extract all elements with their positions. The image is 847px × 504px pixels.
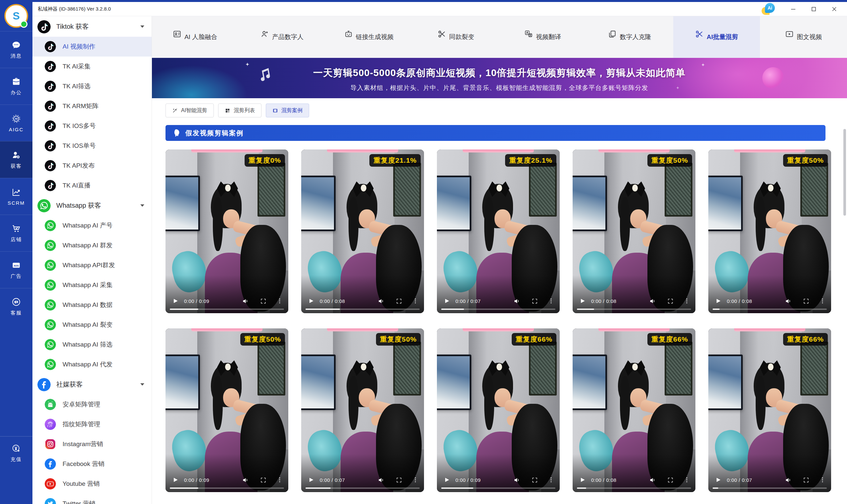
fullscreen-icon[interactable]: [396, 298, 402, 304]
volume-icon[interactable]: [378, 298, 385, 305]
video-card[interactable]: 重复度50% 0:00 / 0:08: [708, 149, 831, 313]
tab-视频翻译[interactable]: 视频翻译: [499, 16, 587, 58]
play-icon[interactable]: [308, 298, 314, 304]
fullscreen-icon[interactable]: [667, 298, 674, 304]
menu-item[interactable]: Whatsapp AI 数据: [32, 295, 152, 315]
rail-item-ads[interactable]: ADS广告: [0, 251, 32, 288]
menu-item[interactable]: Whatsapp AI 采集: [32, 275, 152, 295]
progress-bar[interactable]: [441, 309, 555, 310]
menu-section-social[interactable]: 社媒获客: [32, 374, 152, 395]
progress-bar[interactable]: [441, 487, 555, 489]
maximize-button[interactable]: [810, 5, 817, 13]
menu-item[interactable]: TK API发布: [32, 156, 152, 176]
volume-icon[interactable]: [242, 476, 249, 484]
video-card[interactable]: 重复度21.1% 0:00 / 0:08: [301, 149, 424, 313]
fullscreen-icon[interactable]: [803, 477, 809, 483]
more-options-icon[interactable]: [548, 298, 554, 304]
rail-item-shop[interactable]: 店铺: [0, 215, 32, 251]
video-card[interactable]: 重复度25.1% 0:00 / 0:07: [437, 149, 560, 313]
menu-item[interactable]: Whatsapp AI 代发: [32, 355, 152, 374]
rail-item-scrm[interactable]: SCRM: [0, 178, 32, 215]
menu-item[interactable]: AI 视频制作: [32, 37, 152, 57]
rail-item-recharge[interactable]: 充值: [0, 436, 32, 470]
video-card[interactable]: 重复度50% 0:00 / 0:08: [573, 149, 695, 313]
menu-item[interactable]: 指纹矩阵管理: [32, 414, 152, 434]
volume-icon[interactable]: [242, 298, 249, 305]
progress-bar[interactable]: [713, 487, 827, 489]
menu-item[interactable]: TK IOS单号: [32, 136, 152, 156]
tab-图文视频[interactable]: 图文视频: [760, 16, 847, 58]
fullscreen-icon[interactable]: [667, 477, 674, 483]
volume-icon[interactable]: [785, 298, 792, 305]
menu-item[interactable]: Whatsapp AI 群发: [32, 235, 152, 255]
video-card[interactable]: 重复度0% 0:00 / 0:09: [166, 149, 288, 313]
menu-item[interactable]: Whatsapp API群发: [32, 255, 152, 275]
minimize-button[interactable]: [790, 5, 797, 13]
more-options-icon[interactable]: [276, 476, 283, 483]
scrollbar-thumb[interactable]: [843, 129, 846, 216]
menu-item[interactable]: Facebook 营销: [32, 454, 152, 474]
menu-item[interactable]: TK AI采集: [32, 57, 152, 76]
toolbar-button-混剪案例[interactable]: 混剪案例: [266, 104, 309, 118]
more-options-icon[interactable]: [819, 476, 826, 483]
fullscreen-icon[interactable]: [532, 477, 538, 483]
play-icon[interactable]: [579, 298, 586, 304]
menu-item[interactable]: 安卓矩阵管理: [32, 395, 152, 414]
tab-同款裂变[interactable]: 同款裂变: [412, 16, 499, 58]
progress-bar[interactable]: [577, 487, 691, 489]
volume-icon[interactable]: [513, 476, 520, 484]
progress-bar[interactable]: [713, 309, 827, 310]
fullscreen-icon[interactable]: [803, 298, 809, 304]
close-button[interactable]: [830, 5, 838, 13]
menu-item[interactable]: Whatsapp AI 裂变: [32, 315, 152, 335]
menu-item[interactable]: Youtube 营销: [32, 474, 152, 494]
toolbar-button-AI智能混剪[interactable]: AI智能混剪: [166, 104, 214, 118]
menu-item[interactable]: TK ARM矩阵: [32, 96, 152, 116]
volume-icon[interactable]: [649, 476, 656, 484]
menu-section-whatsapp[interactable]: Whatsapp 获客: [32, 195, 152, 216]
toolbar-button-混剪列表[interactable]: 混剪列表: [218, 104, 261, 118]
more-options-icon[interactable]: [819, 298, 826, 304]
rail-item-office[interactable]: 办公: [0, 68, 32, 105]
progress-bar[interactable]: [170, 309, 284, 310]
more-options-icon[interactable]: [276, 298, 283, 304]
volume-icon[interactable]: [649, 298, 656, 305]
video-card[interactable]: 重复度66% 0:00 / 0:07: [708, 328, 831, 492]
play-icon[interactable]: [715, 298, 722, 304]
play-icon[interactable]: [444, 476, 450, 483]
play-icon[interactable]: [444, 298, 450, 304]
menu-item[interactable]: Whatsapp AI 产号: [32, 216, 152, 235]
more-options-icon[interactable]: [548, 476, 554, 483]
rail-item-aigc[interactable]: AIAIGC: [0, 105, 32, 141]
tab-数字人克隆[interactable]: 数字人克隆: [586, 16, 673, 58]
more-options-icon[interactable]: [412, 298, 419, 304]
rail-item-support[interactable]: AI客服: [0, 288, 32, 325]
fullscreen-icon[interactable]: [532, 298, 538, 304]
progress-bar[interactable]: [306, 487, 420, 489]
progress-bar[interactable]: [306, 309, 420, 310]
play-icon[interactable]: [172, 476, 179, 483]
video-card[interactable]: 重复度66% 0:00 / 0:09: [437, 328, 560, 492]
app-logo[interactable]: S: [4, 3, 29, 28]
fullscreen-icon[interactable]: [396, 477, 402, 483]
menu-item[interactable]: Instagram营销: [32, 434, 152, 454]
more-options-icon[interactable]: [684, 476, 690, 483]
fullscreen-icon[interactable]: [260, 477, 266, 483]
menu-item[interactable]: TK AI筛选: [32, 76, 152, 96]
volume-icon[interactable]: [378, 476, 385, 484]
progress-bar[interactable]: [170, 487, 284, 489]
menu-section-tiktok[interactable]: Tiktok 获客: [32, 17, 152, 37]
fullscreen-icon[interactable]: [260, 298, 266, 304]
tab-链接生成视频[interactable]: 链接生成视频: [325, 16, 412, 58]
play-icon[interactable]: [172, 298, 179, 304]
rail-item-acquisition[interactable]: 获客: [0, 141, 32, 178]
menu-item[interactable]: TK AI直播: [32, 176, 152, 195]
volume-icon[interactable]: [785, 476, 792, 484]
play-icon[interactable]: [308, 476, 314, 483]
video-card[interactable]: 重复度50% 0:00 / 0:07: [301, 328, 424, 492]
menu-item[interactable]: Twitter 营销: [32, 494, 152, 504]
menu-item[interactable]: TK IOS多号: [32, 116, 152, 136]
tab-AI批量混剪[interactable]: AI批量混剪: [673, 16, 760, 58]
video-card[interactable]: 重复度50% 0:00 / 0:09: [166, 328, 288, 492]
more-options-icon[interactable]: [684, 298, 690, 304]
